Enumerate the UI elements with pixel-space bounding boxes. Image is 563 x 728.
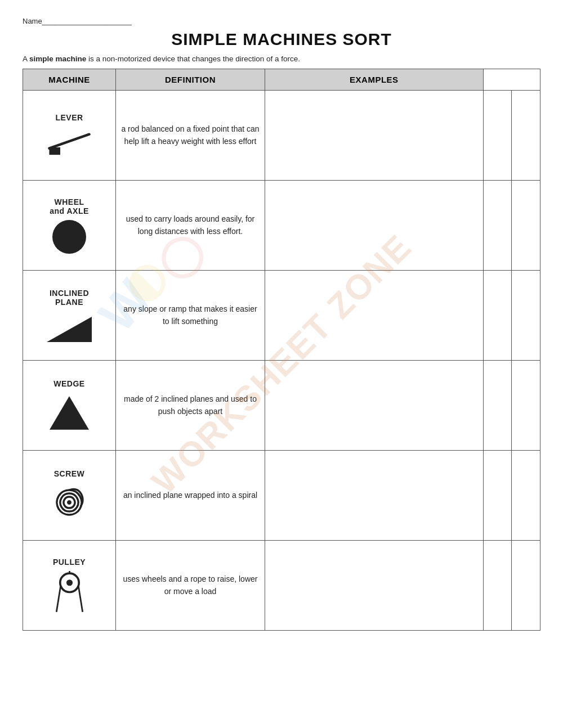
svg-line-1	[49, 134, 89, 149]
example-cell-1-lever	[265, 91, 484, 181]
example-cell-3-wheel	[512, 181, 540, 271]
definition-text-lever: a rod balanced on a fixed point that can…	[119, 123, 261, 147]
col-header-definition: DEFINITION	[116, 69, 265, 91]
table-row: WHEEL and AXLEused to carry loads around…	[23, 181, 540, 271]
example-cell-3-inclined	[512, 271, 540, 361]
svg-marker-3	[50, 396, 89, 430]
subtitle-bold: simple machine	[29, 55, 86, 63]
col-header-machine: MACHINE	[23, 69, 116, 91]
col-header-examples: EXAMPLES	[265, 69, 484, 91]
example-cell-2-wedge	[483, 361, 512, 451]
lever-icon	[26, 127, 112, 158]
pulley-icon	[26, 571, 112, 613]
example-cell-2-inclined	[483, 271, 512, 361]
screw-icon	[26, 483, 112, 522]
table-row: LEVER a rod balanced on a fixed point th…	[23, 91, 540, 181]
svg-point-5	[66, 579, 72, 586]
example-cell-1-wheel	[265, 181, 484, 271]
machine-cell-lever: LEVER	[23, 91, 116, 181]
definition-cell-wheel: used to carry loads around easily, for l…	[116, 181, 265, 271]
definition-text-wheel: used to carry loads around easily, for l…	[119, 213, 261, 237]
machine-cell-pulley: PULLEY	[23, 541, 116, 631]
machine-cell-wheel: WHEEL and AXLE	[23, 181, 116, 271]
definition-cell-pulley: uses wheels and a rope to raise, lower o…	[116, 541, 265, 631]
svg-line-7	[78, 586, 82, 612]
definition-text-wedge: made of 2 inclined planes and used to pu…	[119, 393, 261, 417]
definition-text-screw: an inclined plane wrapped into a spiral	[119, 489, 261, 502]
definition-cell-lever: a rod balanced on a fixed point that can…	[116, 91, 265, 181]
simple-machines-table: MACHINE DEFINITION EXAMPLES LEVER a rod …	[23, 69, 540, 631]
example-cell-3-screw	[512, 451, 540, 541]
example-cell-3-lever	[512, 91, 540, 181]
inclined-icon	[26, 311, 112, 342]
machine-name-inclined: INCLINED PLANE	[26, 289, 112, 307]
machine-cell-inclined: INCLINED PLANE	[23, 271, 116, 361]
example-cell-3-wedge	[512, 361, 540, 451]
svg-marker-2	[47, 317, 92, 342]
machine-name-wheel: WHEEL and AXLE	[26, 197, 112, 215]
machine-name-screw: SCREW	[26, 469, 112, 478]
subtitle-suffix: is a non-motorized device that changes t…	[86, 55, 300, 63]
example-cell-1-screw	[265, 451, 484, 541]
example-cell-2-wheel	[483, 181, 512, 271]
table-row: WEDGE made of 2 inclined planes and used…	[23, 361, 540, 451]
example-cell-3-pulley	[512, 541, 540, 631]
example-cell-1-pulley	[265, 541, 484, 631]
table-header-row: MACHINE DEFINITION EXAMPLES	[23, 69, 540, 91]
definition-text-inclined: any slope or ramp that makes it easier t…	[119, 303, 261, 327]
definition-cell-screw: an inclined plane wrapped into a spiral	[116, 451, 265, 541]
machine-cell-wedge: WEDGE	[23, 361, 116, 451]
machine-cell-screw: SCREW	[23, 451, 116, 541]
machine-name-lever: LEVER	[26, 113, 112, 122]
definition-text-pulley: uses wheels and a rope to raise, lower o…	[119, 573, 261, 597]
wheel-circle	[52, 220, 86, 254]
wheel-icon	[26, 220, 112, 254]
subtitle: A simple machine is a non-motorized devi…	[23, 55, 540, 63]
wedge-icon	[26, 393, 112, 432]
example-cell-2-screw	[483, 451, 512, 541]
name-line: Name______________________	[23, 17, 540, 25]
example-cell-2-pulley	[483, 541, 512, 631]
page-title: SIMPLE MACHINES SORT	[23, 30, 540, 49]
definition-cell-inclined: any slope or ramp that makes it easier t…	[116, 271, 265, 361]
example-cell-2-lever	[483, 91, 512, 181]
example-cell-1-inclined	[265, 271, 484, 361]
svg-line-6	[56, 586, 60, 612]
table-row: PULLEY uses wheels and a rope to raise, …	[23, 541, 540, 631]
machine-name-pulley: PULLEY	[26, 558, 112, 567]
example-cell-1-wedge	[265, 361, 484, 451]
definition-cell-wedge: made of 2 inclined planes and used to pu…	[116, 361, 265, 451]
table-row: INCLINED PLANE any slope or ramp that ma…	[23, 271, 540, 361]
machine-name-wedge: WEDGE	[26, 379, 112, 388]
table-row: SCREW an inclined plane wrapped into a s…	[23, 451, 540, 541]
